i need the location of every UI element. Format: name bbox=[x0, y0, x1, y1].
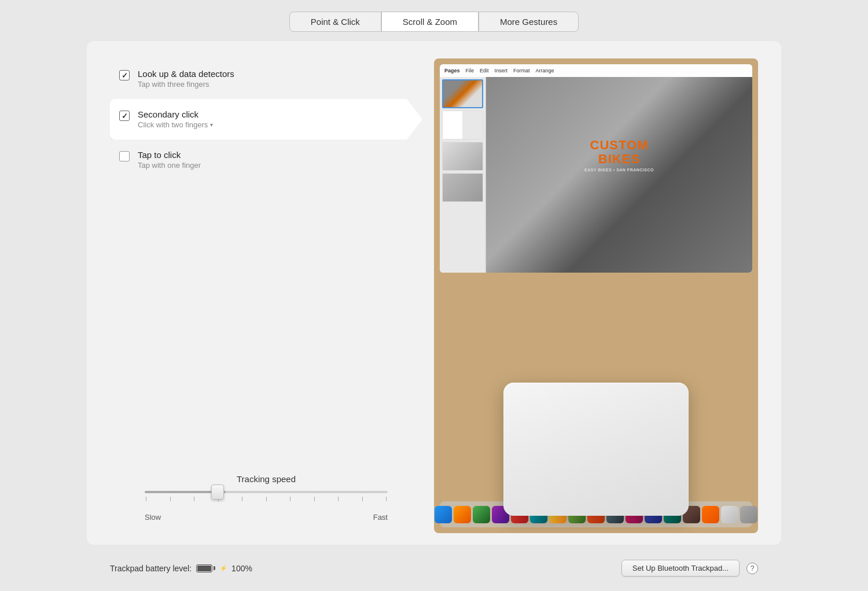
option-text-lookup: Look up & data detectors Tap with three … bbox=[138, 69, 234, 89]
page-thumb-2-content bbox=[443, 111, 483, 139]
bottom-right: Set Up Bluetooth Trackpad... ? bbox=[621, 560, 758, 577]
option-title-secondary-click: Secondary click bbox=[138, 109, 213, 119]
tick-8 bbox=[314, 497, 315, 501]
checkbox-secondary-click[interactable] bbox=[119, 111, 130, 121]
menu-edit: Edit bbox=[480, 68, 489, 74]
sidebar-pages bbox=[440, 77, 486, 273]
dock-icon-17[interactable] bbox=[740, 506, 757, 523]
tick-7 bbox=[290, 497, 290, 501]
content-area: Look up & data detectors Tap with three … bbox=[110, 58, 758, 533]
option-secondary-click: Secondary click Click with two fingers ▾ bbox=[110, 99, 422, 140]
tick-10 bbox=[362, 497, 363, 501]
dock-icon-15[interactable] bbox=[702, 506, 719, 523]
battery-icon bbox=[196, 564, 215, 572]
screen-content: Pages File Edit Insert Format Arrange bbox=[440, 64, 752, 273]
slider-track bbox=[145, 491, 388, 493]
menu-arrange: Arrange bbox=[536, 68, 554, 74]
slider-labels: Slow Fast bbox=[145, 513, 388, 522]
battery-body bbox=[196, 564, 212, 572]
page-thumb-4[interactable] bbox=[442, 173, 483, 202]
tab-point-click[interactable]: Point & Click bbox=[289, 12, 381, 32]
setup-bluetooth-button[interactable]: Set Up Bluetooth Trackpad... bbox=[621, 560, 740, 577]
tab-bar: Point & Click Scroll & Zoom More Gesture… bbox=[289, 12, 579, 32]
custom-bikes-bg: CUSTOM BIKES EASY BIKES • SAN FRANCISCO bbox=[486, 77, 752, 273]
slider-slow-label: Slow bbox=[145, 513, 161, 522]
slider-ticks bbox=[145, 497, 388, 501]
custom-bikes-text: CUSTOM BIKES EASY BIKES • SAN FRANCISCO bbox=[584, 138, 654, 172]
option-tap-to-click: Tap to click Tap with one finger bbox=[110, 140, 417, 180]
page-thumb-3[interactable] bbox=[442, 142, 483, 171]
menu-insert: Insert bbox=[495, 68, 508, 74]
preview-container: Pages File Edit Insert Format Arrange bbox=[434, 58, 758, 533]
bottom-bar: Trackpad battery level: ⚡ 100% Set Up Bl… bbox=[87, 554, 781, 582]
slider-fast-label: Fast bbox=[373, 513, 388, 522]
battery-fill bbox=[197, 566, 211, 571]
dock-icon-2[interactable] bbox=[454, 506, 471, 523]
tick-2 bbox=[170, 497, 171, 501]
option-text-secondary-click: Secondary click Click with two fingers ▾ bbox=[138, 109, 213, 129]
option-subtitle-tap-to-click: Tap with one finger bbox=[138, 161, 201, 170]
tracking-speed-section: Tracking speed bbox=[110, 462, 388, 533]
battery-percent: 100% bbox=[231, 564, 252, 573]
tick-1 bbox=[146, 497, 146, 501]
screen-mockup: Pages File Edit Insert Format Arrange bbox=[440, 64, 752, 273]
option-subtitle-lookup: Tap with three fingers bbox=[138, 80, 234, 89]
tick-11 bbox=[386, 497, 387, 501]
trackpad-mockup bbox=[503, 383, 689, 516]
menu-bar: Pages File Edit Insert Format Arrange bbox=[440, 64, 752, 77]
tick-6 bbox=[266, 497, 267, 501]
option-text-tap-to-click: Tap to click Tap with one finger bbox=[138, 150, 201, 170]
battery-tip bbox=[214, 566, 215, 570]
option-subtitle-secondary-click[interactable]: Click with two fingers ▾ bbox=[138, 120, 213, 129]
dock-icon-16[interactable] bbox=[721, 506, 738, 523]
menu-file: File bbox=[466, 68, 475, 74]
menu-app-name: Pages bbox=[444, 68, 460, 74]
page-thumb-1[interactable] bbox=[442, 79, 483, 108]
page-thumb-4-content bbox=[443, 174, 483, 201]
tracking-speed-label: Tracking speed bbox=[145, 474, 388, 484]
app-content: CUSTOM BIKES EASY BIKES • SAN FRANCISCO bbox=[440, 77, 752, 273]
dock-icon-3[interactable] bbox=[473, 506, 490, 523]
dock-icon-1[interactable] bbox=[435, 506, 452, 523]
tab-more-gestures[interactable]: More Gestures bbox=[479, 12, 579, 32]
main-doc: CUSTOM BIKES EASY BIKES • SAN FRANCISCO bbox=[486, 77, 752, 273]
checkbox-lookup[interactable] bbox=[119, 70, 130, 80]
tick-5 bbox=[242, 497, 242, 501]
menu-format: Format bbox=[513, 68, 530, 74]
chevron-down-icon: ▾ bbox=[210, 122, 213, 128]
battery-section: Trackpad battery level: ⚡ 100% bbox=[110, 564, 252, 573]
page-thumb-2[interactable] bbox=[442, 111, 483, 140]
page-thumb-1-content bbox=[443, 80, 482, 107]
option-title-lookup: Look up & data detectors bbox=[138, 69, 234, 79]
tick-9 bbox=[338, 497, 339, 501]
option-title-tap-to-click: Tap to click bbox=[138, 150, 201, 160]
help-button[interactable]: ? bbox=[746, 563, 758, 574]
main-panel: Look up & data detectors Tap with three … bbox=[87, 41, 781, 545]
option-lookup: Look up & data detectors Tap with three … bbox=[110, 58, 417, 99]
page-thumb-3-content bbox=[443, 142, 483, 170]
settings-left: Look up & data detectors Tap with three … bbox=[110, 58, 417, 533]
battery-label: Trackpad battery level: bbox=[110, 564, 192, 573]
tracking-speed-thumb[interactable] bbox=[211, 484, 224, 500]
tracking-speed-slider-container: Slow Fast bbox=[145, 491, 388, 522]
tab-scroll-zoom[interactable]: Scroll & Zoom bbox=[381, 12, 479, 32]
checkbox-tap-to-click[interactable] bbox=[119, 151, 130, 161]
battery-bolt-icon: ⚡ bbox=[220, 565, 227, 571]
preview-right: Pages File Edit Insert Format Arrange bbox=[434, 58, 758, 533]
tick-3 bbox=[194, 497, 194, 501]
